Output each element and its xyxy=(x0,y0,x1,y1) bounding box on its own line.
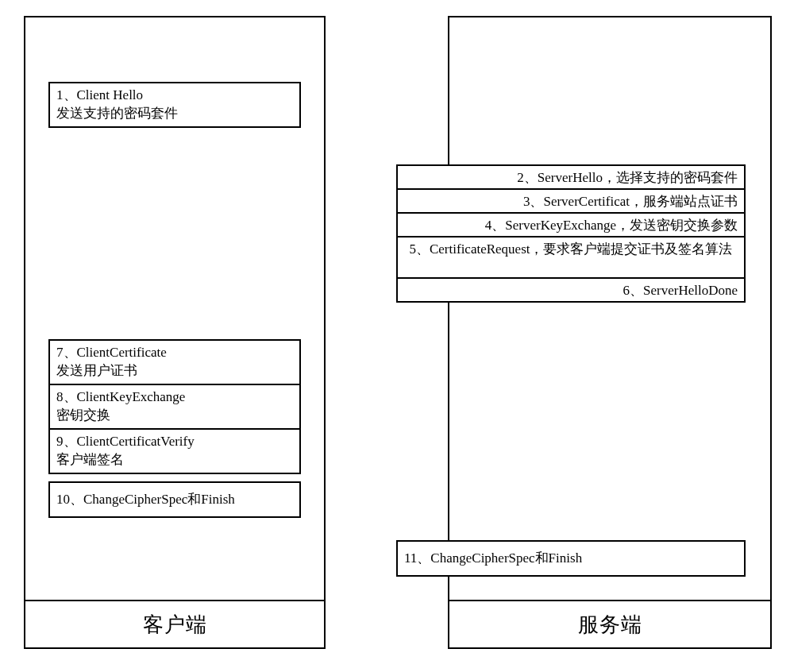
msg-client-certificate: 7、ClientCertificate发送用户证书 xyxy=(48,339,301,385)
msg-client-certificate-verify: 9、ClientCertificatVerify客户端签名 xyxy=(48,428,301,474)
msg-client-change-cipher-finish: 10、ChangeCipherSpec和Finish xyxy=(48,481,301,518)
client-lane-label: 客户端 xyxy=(25,600,324,647)
msg-server-hello-done: 6、ServerHelloDone xyxy=(396,277,746,303)
msg-server-certificate: 3、ServerCertificat，服务端站点证书 xyxy=(396,188,746,214)
msg-client-key-exchange: 8、ClientKeyExchange密钥交换 xyxy=(48,384,301,430)
msg-server-hello: 2、ServerHello，选择支持的密码套件 xyxy=(396,164,746,190)
msg-server-change-cipher-finish: 11、ChangeCipherSpec和Finish xyxy=(396,540,746,577)
server-lane-label: 服务端 xyxy=(449,600,770,647)
msg-certificate-request: 5、CertificateRequest，要求客户端提交证书及签名算法 xyxy=(396,236,746,279)
handshake-diagram: 客户端 服务端 1、Client Hello发送支持的密码套件 7、Client… xyxy=(0,0,794,672)
msg-server-key-exchange: 4、ServerKeyExchange，发送密钥交换参数 xyxy=(396,212,746,238)
msg-client-hello: 1、Client Hello发送支持的密码套件 xyxy=(48,82,301,128)
